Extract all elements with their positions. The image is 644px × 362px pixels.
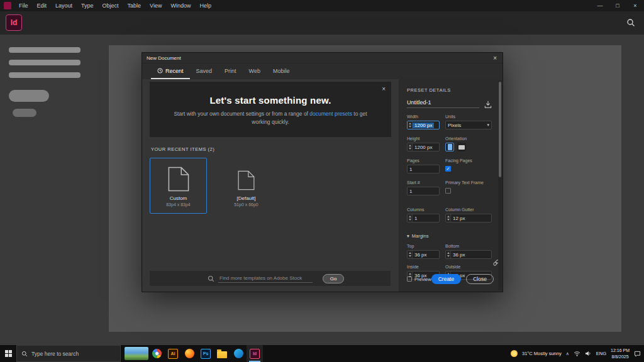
height-stepper[interactable] (408, 143, 413, 151)
news-interests-thumbnail[interactable] (125, 347, 148, 360)
tab-mobile-label: Mobile (273, 68, 290, 74)
taskbar-indesign-icon[interactable]: Id (247, 345, 263, 362)
maximize-button[interactable]: □ (609, 0, 626, 11)
menu-view[interactable]: View (145, 0, 166, 11)
tab-print-label: Print (225, 68, 236, 74)
indesign-app-window: File Edit Layout Type Object Table View … (0, 0, 644, 362)
taskbar-photoshop-icon[interactable]: Ps (197, 345, 214, 362)
recent-item-custom[interactable]: Custom 83p4 x 83p4 (150, 158, 207, 214)
speaker-icon[interactable] (585, 351, 592, 356)
sidebar-button-pill[interactable] (9, 90, 49, 102)
margin-inside-label: Inside (407, 265, 440, 269)
width-field[interactable]: 1200 px (407, 121, 440, 129)
facing-pages-checkbox[interactable]: ✓ (445, 166, 451, 172)
taskbar-firefox-icon[interactable] (181, 345, 197, 362)
margin-bottom-value[interactable]: 36 px (451, 252, 467, 258)
dialog-close-icon[interactable]: × (492, 53, 498, 63)
stock-search-input[interactable] (218, 274, 313, 283)
menu-layout[interactable]: Layout (51, 0, 77, 11)
taskbar-file-explorer-icon[interactable] (214, 345, 230, 362)
landscape-icon (458, 145, 465, 150)
orientation-portrait-button[interactable] (445, 143, 454, 151)
recent-item-default[interactable]: [Default] 51p0 x 66p0 (218, 158, 275, 214)
document-name-field[interactable]: Untitled-1 (407, 99, 479, 108)
search-icon (208, 275, 214, 282)
column-gutter-field[interactable]: 12 px (445, 214, 492, 222)
columns-value[interactable]: 1 (413, 216, 419, 221)
units-dropdown[interactable]: Pixels ▾ (445, 121, 492, 129)
units-value: Pixels (446, 123, 463, 128)
taskbar-edge-icon[interactable] (230, 345, 247, 362)
taskbar-illustrator-icon[interactable]: Ai (165, 345, 181, 362)
primary-text-frame-checkbox[interactable] (445, 188, 451, 194)
taskbar-search-input[interactable] (31, 351, 107, 357)
columns-field[interactable]: 1 (407, 214, 440, 222)
pages-value[interactable]: 1 (408, 167, 414, 172)
orientation-landscape-button[interactable] (457, 143, 466, 151)
tab-print[interactable]: Print (218, 63, 243, 79)
close-window-button[interactable]: × (626, 0, 644, 11)
save-preset-icon[interactable] (484, 101, 492, 108)
start-number-value[interactable]: 1 (408, 189, 414, 194)
pages-label: Pages (407, 158, 440, 163)
recent-item-size: 51p0 x 66p0 (234, 202, 258, 207)
tray-date: 8/8/2025 (611, 354, 630, 359)
menu-object[interactable]: Object (98, 0, 123, 11)
tab-web[interactable]: Web (243, 63, 267, 79)
start-button[interactable] (0, 345, 16, 362)
hero-close-icon[interactable]: × (382, 85, 386, 92)
indesign-logo: Id (6, 14, 22, 31)
column-gutter-value[interactable]: 12 px (451, 216, 467, 221)
tab-saved-label: Saved (196, 68, 213, 74)
column-gutter-stepper[interactable] (446, 214, 451, 222)
search-icon[interactable] (626, 18, 635, 27)
network-icon[interactable] (574, 351, 580, 356)
close-button[interactable]: Close (466, 274, 494, 284)
tab-saved[interactable]: Saved (190, 63, 219, 79)
margin-outside-label: Outside (445, 265, 492, 269)
margin-bottom-field[interactable]: 36 px (445, 250, 492, 259)
scrollbar-thumb[interactable] (499, 82, 501, 177)
menu-edit[interactable]: Edit (33, 0, 52, 11)
margin-top-value[interactable]: 36 px (413, 252, 429, 258)
create-button[interactable]: Create (431, 274, 462, 284)
menu-help[interactable]: Help (195, 0, 216, 11)
tab-web-label: Web (249, 68, 260, 74)
weather-text[interactable]: 31°C Mostly sunny (522, 351, 562, 356)
preview-checkbox[interactable] (407, 277, 412, 282)
go-button[interactable]: Go (323, 274, 344, 283)
margin-top-label: Top (407, 244, 440, 248)
menu-window[interactable]: Window (166, 0, 195, 11)
recent-item-name: Custom (170, 195, 187, 201)
menu-type[interactable]: Type (77, 0, 98, 11)
menu-table[interactable]: Table (123, 0, 146, 11)
tab-recent[interactable]: Recent (151, 63, 190, 79)
taskbar-search-box[interactable] (16, 345, 121, 362)
margin-bottom-stepper[interactable] (446, 251, 451, 258)
tab-mobile[interactable]: Mobile (267, 63, 296, 79)
dialog-title-bar: New Document × (142, 53, 502, 63)
start-number-field[interactable]: 1 (407, 187, 440, 195)
width-value[interactable]: 1200 px (413, 123, 434, 128)
sidebar-button-pill[interactable] (13, 109, 36, 117)
dialog-scrollbar[interactable] (498, 80, 502, 290)
preview-toggle[interactable]: Preview (407, 277, 431, 282)
tray-expand-icon[interactable]: ∧ (566, 351, 569, 356)
margins-section-header[interactable]: ▾ Margins (407, 233, 492, 239)
columns-stepper[interactable] (408, 214, 413, 222)
margin-top-field[interactable]: 36 px (407, 250, 440, 259)
height-field[interactable]: 1200 px (407, 143, 440, 151)
document-presets-link[interactable]: document presets (309, 111, 352, 117)
language-indicator[interactable]: ENG (596, 351, 606, 356)
margin-top-stepper[interactable] (408, 251, 413, 258)
recent-item-size: 83p4 x 83p4 (166, 202, 191, 207)
taskbar-clock[interactable]: 12:16 PM 8/8/2025 (611, 348, 630, 359)
menu-file[interactable]: File (14, 0, 33, 11)
taskbar-chrome-icon[interactable] (148, 345, 165, 362)
margin-bottom-label: Bottom (445, 244, 492, 248)
width-stepper[interactable] (408, 121, 413, 129)
minimize-button[interactable]: — (591, 0, 609, 11)
height-value[interactable]: 1200 px (413, 145, 434, 150)
action-center-icon[interactable] (634, 351, 641, 357)
pages-field[interactable]: 1 (407, 165, 440, 173)
